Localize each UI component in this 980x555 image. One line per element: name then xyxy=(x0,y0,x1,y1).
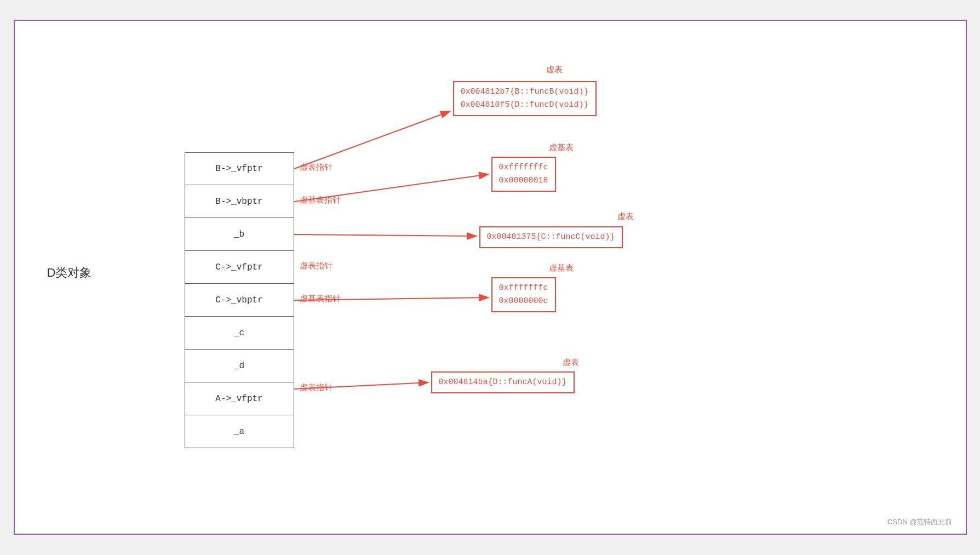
table-cell-b: _b xyxy=(185,218,294,251)
main-container: D类对象 B->_vfptr B->_vbptr _b C->_vfptr C-… xyxy=(14,20,967,535)
svg-line-1 xyxy=(294,111,450,169)
vbtable-c-box: 0xfffffffc 0x0000000c xyxy=(491,277,556,312)
vtable-a-box: 0x004814ba{D::funcA(void)} xyxy=(431,371,575,393)
object-label: D类对象 xyxy=(47,265,92,281)
watermark: CSDN @范特西元前 xyxy=(887,517,953,527)
vfptr-c-label: 虚表指针 xyxy=(300,261,333,271)
vtable-c-line1: 0x00481375{C::funcC(void)} xyxy=(487,231,615,244)
vfptr-a-label: 虚表指针 xyxy=(300,382,333,393)
vtable-b-box: 0x004812b7{B::funcB(void)} 0x004810f5{D:… xyxy=(453,81,597,116)
object-table: B->_vfptr B->_vbptr _b C->_vfptr C->_vbp… xyxy=(185,152,294,448)
svg-line-3 xyxy=(294,234,477,236)
table-cell-a-vfptr: A->_vfptr xyxy=(185,382,294,415)
vbptr-c-label: 虚基表指针 xyxy=(300,294,341,304)
table-cell-d: _d xyxy=(185,350,294,382)
vtable-b-title: 虚表 xyxy=(546,65,563,75)
vbtable-c-title: 虚基表 xyxy=(549,263,574,273)
vtable-b-line1: 0x004812b7{B::funcB(void)} xyxy=(461,85,589,99)
vfptr-b-label: 虚表指针 xyxy=(300,162,333,173)
vtable-a-line1: 0x004814ba{D::funcA(void)} xyxy=(439,376,567,389)
vbptr-b-label: 虚基表指针 xyxy=(300,195,341,205)
vbtable-c-line2: 0x0000000c xyxy=(499,295,548,308)
vbtable-b-line1: 0xfffffffc xyxy=(499,161,548,174)
table-cell-c-vfptr: C->_vfptr xyxy=(185,251,294,284)
table-cell-c: _c xyxy=(185,317,294,350)
vtable-c-box: 0x00481375{C::funcC(void)} xyxy=(479,226,623,248)
vtable-b-line2: 0x004810f5{D::funcD(void)} xyxy=(461,99,589,112)
vbtable-c-line1: 0xfffffffc xyxy=(499,282,548,295)
vtable-a-title: 虚表 xyxy=(563,357,579,368)
vbtable-b-title: 虚基表 xyxy=(549,142,574,153)
vtable-c-title: 虚表 xyxy=(617,211,634,222)
vbtable-b-box: 0xfffffffc 0x00000018 xyxy=(491,157,556,192)
table-cell-b-vfptr: B->_vfptr xyxy=(185,152,294,185)
vbtable-b-line2: 0x00000018 xyxy=(499,174,548,187)
table-cell-c-vbptr: C->_vbptr xyxy=(185,284,294,317)
table-cell-b-vbptr: B->_vbptr xyxy=(185,185,294,218)
table-cell-a: _a xyxy=(185,415,294,448)
